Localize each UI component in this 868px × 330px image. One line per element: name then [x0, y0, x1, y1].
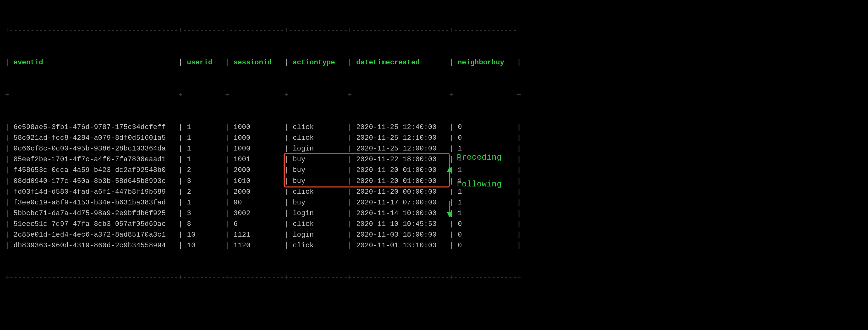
cell-datetimecreated: 2020-11-03 18:00:00: [356, 231, 445, 239]
cell-actiontype: login: [292, 209, 343, 218]
table-row: | db839363-960d-4319-860d-2c9b34558994 |…: [5, 240, 863, 251]
cell-datetimecreated: 2020-11-01 13:10:03: [356, 242, 445, 250]
table-row: | 6e598ae5-3fb1-476d-9787-175c34dcfeff |…: [5, 122, 863, 133]
cell-eventid: 85eef2be-1701-4f7c-a4f0-7fa7808eaad1: [13, 156, 174, 163]
cell-sessionid: 1120: [234, 242, 280, 250]
table-border-top: +---------------------------------------…: [5, 25, 863, 36]
cell-userid: 8: [187, 220, 221, 228]
cell-userid: 2: [187, 188, 221, 196]
col-header-userid: userid: [187, 59, 221, 67]
cell-sessionid: 1000: [234, 145, 280, 153]
cell-neighborbuy: 0: [458, 220, 513, 228]
cell-userid: 10: [187, 231, 221, 239]
cell-neighborbuy: 1: [458, 166, 513, 174]
cell-neighborbuy: 1: [458, 199, 513, 207]
cell-datetimecreated: 2020-11-22 18:00:00: [356, 156, 445, 163]
cell-eventid: 6e598ae5-3fb1-476d-9787-175c34dcfeff: [13, 123, 174, 131]
cell-sessionid: 2000: [234, 166, 280, 174]
table-border-header: +---------------------------------------…: [5, 90, 863, 101]
cell-eventid: 58c021ad-fcc8-4284-a079-8df0d51601a5: [13, 134, 174, 142]
cell-neighborbuy: 0: [458, 231, 513, 239]
cell-userid: 3: [187, 209, 221, 218]
cell-neighborbuy: 0: [458, 123, 513, 131]
cell-sessionid: 90: [234, 199, 280, 207]
cell-actiontype: click: [292, 220, 343, 228]
cell-datetimecreated: 2020-11-20 01:00:00: [356, 177, 445, 185]
table-border-bottom: +---------------------------------------…: [5, 272, 863, 283]
cell-sessionid: 1000: [234, 123, 280, 131]
cell-userid: 1: [187, 156, 221, 163]
cell-sessionid: 3002: [234, 209, 280, 218]
col-header-eventid: eventid: [13, 59, 174, 67]
table-header-row: | eventid | userid | sessionid | actiont…: [5, 58, 863, 68]
cell-datetimecreated: 2020-11-20 01:00:00: [356, 166, 445, 174]
cell-eventid: 0c66cf8c-0c00-495b-9386-28bc103364da: [13, 145, 174, 153]
cell-userid: 1: [187, 199, 221, 207]
cell-eventid: fd03f14d-d580-4fad-a6f1-447b8f19b689: [13, 188, 174, 196]
table-row: | 2c85e01d-1ed4-4ec6-a372-8ad85170a3c1 |…: [5, 230, 863, 240]
cell-datetimecreated: 2020-11-14 10:00:00: [356, 209, 445, 218]
cell-neighborbuy: 1: [458, 145, 513, 153]
cell-userid: 2: [187, 166, 221, 174]
col-header-datetimecreated: datetimecreated: [356, 59, 445, 67]
cell-userid: 1: [187, 134, 221, 142]
cell-sessionid: 1010: [234, 177, 280, 185]
cell-datetimecreated: 2020-11-25 12:10:00: [356, 134, 445, 142]
cell-datetimecreated: 2020-11-25 12:00:00: [356, 145, 445, 153]
table-row: | 85eef2be-1701-4f7c-a4f0-7fa7808eaad1 |…: [5, 154, 863, 165]
table-row: | 0c66cf8c-0c00-495b-9386-28bc103364da |…: [5, 143, 863, 154]
cell-neighborbuy: 0: [458, 242, 513, 250]
table-row: | 51eec51c-7d97-47fa-8cb3-057af05d69ac |…: [5, 219, 863, 230]
cell-sessionid: 6: [234, 220, 280, 228]
cell-actiontype: click: [292, 123, 343, 131]
cell-sessionid: 1121: [234, 231, 280, 239]
cell-userid: 1: [187, 123, 221, 131]
cell-actiontype: buy: [292, 199, 343, 207]
cell-neighborbuy: 1: [458, 177, 513, 185]
cell-neighborbuy: 1: [458, 188, 513, 196]
col-header-sessionid: sessionid: [234, 59, 280, 67]
cell-eventid: f3ee0c19-a8f9-4153-b34e-b631ba383fad: [13, 199, 174, 207]
cell-actiontype: click: [292, 134, 343, 142]
cell-datetimecreated: 2020-11-25 12:40:00: [356, 123, 445, 131]
cell-userid: 1: [187, 145, 221, 153]
cell-eventid: f458653c-0dca-4a59-b423-dc2af92548b0: [13, 166, 174, 174]
table-row: | f3ee0c19-a8f9-4153-b34e-b631ba383fad |…: [5, 198, 863, 208]
cell-actiontype: login: [292, 145, 343, 153]
table-row: | 08dd0940-177c-450a-8b3b-58d645b8993c |…: [5, 176, 863, 187]
cell-eventid: 5bbcbc71-da7a-4d75-98a9-2e9bfdb6f925: [13, 209, 174, 218]
cell-eventid: db839363-960d-4319-860d-2c9b34558994: [13, 242, 174, 250]
cell-datetimecreated: 2020-11-17 07:00:00: [356, 199, 445, 207]
cell-actiontype: login: [292, 231, 343, 239]
cell-eventid: 2c85e01d-1ed4-4ec6-a372-8ad85170a3c1: [13, 231, 174, 239]
cell-userid: 3: [187, 177, 221, 185]
table-row: | 5bbcbc71-da7a-4d75-98a9-2e9bfdb6f925 |…: [5, 208, 863, 219]
cell-neighborbuy: 1: [458, 209, 513, 218]
cell-sessionid: 2000: [234, 188, 280, 196]
col-header-actiontype: actiontype: [292, 59, 343, 67]
col-header-neighborbuy: neighborbuy: [458, 59, 513, 67]
cell-datetimecreated: 2020-11-20 00:00:00: [356, 188, 445, 196]
cell-actiontype: click: [292, 188, 343, 196]
table-row: | 58c021ad-fcc8-4284-a079-8df0d51601a5 |…: [5, 133, 863, 143]
table-row: | f458653c-0dca-4a59-b423-dc2af92548b0 |…: [5, 165, 863, 176]
cell-actiontype: buy: [292, 166, 343, 174]
cell-actiontype: buy: [292, 156, 343, 163]
cell-sessionid: 1001: [234, 156, 280, 163]
cell-userid: 10: [187, 242, 221, 250]
cell-actiontype: click: [292, 242, 343, 250]
cell-sessionid: 1000: [234, 134, 280, 142]
cell-neighborbuy: 1: [458, 156, 513, 163]
cell-datetimecreated: 2020-11-10 10:45:53: [356, 220, 445, 228]
cell-neighborbuy: 0: [458, 134, 513, 142]
cell-eventid: 51eec51c-7d97-47fa-8cb3-057af05d69ac: [13, 220, 174, 228]
cell-actiontype: buy: [292, 177, 343, 185]
table-row: | fd03f14d-d580-4fad-a6f1-447b8f19b689 |…: [5, 187, 863, 198]
cell-eventid: 08dd0940-177c-450a-8b3b-58d645b8993c: [13, 177, 174, 185]
